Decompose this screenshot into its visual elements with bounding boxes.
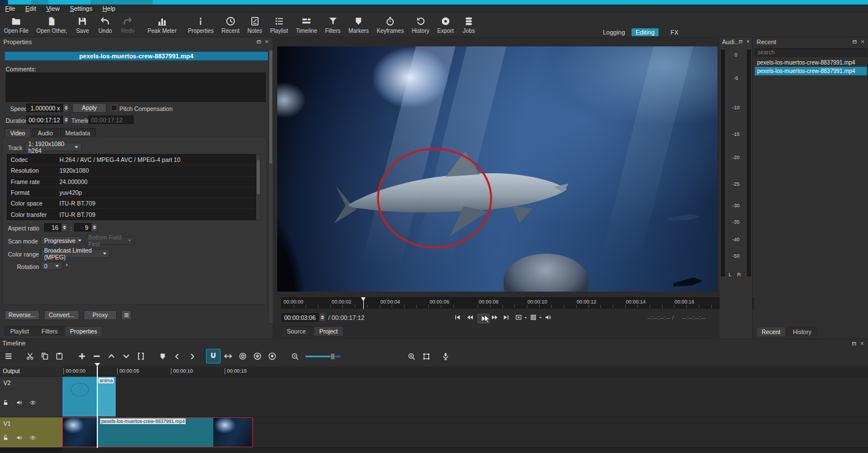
- duration-input[interactable]: 00:00:17:12: [26, 116, 63, 124]
- rewind-button[interactable]: [466, 314, 474, 321]
- close-panel-icon[interactable]: [264, 39, 269, 44]
- color-range-dropdown[interactable]: Broadcast Limited (MPEG): [41, 249, 110, 258]
- redo-button[interactable]: Redo: [117, 15, 139, 35]
- skip-previous-button[interactable]: [454, 314, 461, 321]
- table-scrollbar[interactable]: [256, 154, 261, 220]
- fast-forward-button[interactable]: [491, 314, 499, 321]
- close-panel-icon[interactable]: [860, 341, 865, 346]
- tab-playlist[interactable]: Playlist: [5, 326, 35, 336]
- window-titlebar[interactable]: [0, 0, 868, 5]
- clip-v2-segment-b[interactable]: anima: [97, 377, 116, 417]
- close-panel-icon[interactable]: [860, 39, 865, 44]
- zoom-fit-button[interactable]: [419, 349, 433, 364]
- pitch-compensation-checkbox[interactable]: [111, 105, 117, 111]
- timeline-zoom-slider[interactable]: [306, 356, 341, 357]
- aspect-h-input[interactable]: 9: [74, 223, 91, 232]
- position-spinner[interactable]: [319, 313, 325, 322]
- hide-icon[interactable]: [29, 434, 36, 441]
- export-button[interactable]: Export: [433, 15, 458, 35]
- duration-spinner[interactable]: [63, 116, 69, 124]
- open-other-button[interactable]: Open Other,: [32, 15, 71, 35]
- mute-icon[interactable]: [16, 434, 23, 441]
- ripple-toggle[interactable]: [235, 349, 250, 364]
- history-button[interactable]: History: [408, 15, 433, 35]
- tab-filters[interactable]: Filters: [36, 326, 63, 336]
- float-panel-icon[interactable]: [852, 39, 857, 44]
- track-dropdown[interactable]: 1: 1920x1080 h264: [25, 143, 81, 151]
- recent-search-input[interactable]: [755, 48, 867, 57]
- save-button[interactable]: Save: [71, 15, 94, 35]
- aspect-h-spinner[interactable]: [91, 223, 97, 232]
- layout-editing-button[interactable]: Editing: [631, 28, 659, 36]
- properties-button[interactable]: Properties: [184, 15, 218, 35]
- layout-logging-button[interactable]: Logging: [599, 28, 629, 36]
- paste-button[interactable]: [52, 349, 67, 364]
- peak-meter-button[interactable]: Peak Meter: [144, 15, 181, 35]
- timeline-menu-button[interactable]: [1, 349, 16, 364]
- apply-button[interactable]: Apply: [72, 103, 106, 113]
- layout-fx-button[interactable]: FX: [667, 28, 682, 36]
- menu-edit[interactable]: Edit: [20, 5, 41, 12]
- undo-button[interactable]: Undo: [94, 15, 117, 35]
- tab-properties[interactable]: Properties: [65, 326, 103, 336]
- tab-video[interactable]: Video: [5, 128, 31, 138]
- tab-metadata[interactable]: Metadata: [60, 128, 96, 138]
- volume-button[interactable]: [544, 314, 552, 321]
- menu-settings[interactable]: Settings: [65, 5, 97, 12]
- track-lane-v1[interactable]: pexels-los-muertos-crew-8837991.mp4: [62, 417, 868, 448]
- ripple-markers-toggle[interactable]: [265, 349, 280, 364]
- hide-icon[interactable]: [29, 399, 36, 406]
- output-track-header[interactable]: Output: [0, 366, 62, 377]
- properties-menu-button[interactable]: [121, 310, 131, 320]
- lock-icon[interactable]: [2, 434, 9, 441]
- menu-view[interactable]: View: [41, 5, 65, 12]
- append-button[interactable]: [75, 349, 89, 364]
- list-item[interactable]: pexels-los-muertos-crew-8837991.mp4: [755, 58, 867, 67]
- timeline-ruler[interactable]: 00:00:00 00:00:05 00:00:10 00:00:15: [62, 366, 868, 377]
- track-lane-v2[interactable]: anima: [62, 377, 868, 417]
- aspect-w-input[interactable]: 16: [44, 223, 61, 232]
- track-header-v2[interactable]: V2: [0, 377, 62, 417]
- close-panel-icon[interactable]: [746, 39, 750, 44]
- clip-v2-segment-a[interactable]: [62, 377, 97, 417]
- list-item-selected[interactable]: pexels-los-muertos-crew-8837991.mp4: [755, 67, 867, 75]
- snap-toggle[interactable]: [206, 349, 221, 364]
- jobs-button[interactable]: Jobs: [458, 15, 480, 35]
- playlist-button[interactable]: Playlist: [266, 15, 292, 35]
- video-preview[interactable]: [277, 46, 717, 292]
- markers-button[interactable]: Markers: [345, 15, 373, 35]
- menu-file[interactable]: File: [0, 5, 20, 12]
- scrub-while-dragging-toggle[interactable]: [221, 349, 235, 364]
- speed-input[interactable]: 1.000000 x: [26, 104, 63, 112]
- slider-handle[interactable]: [330, 353, 335, 360]
- proxy-button[interactable]: Proxy: [84, 310, 117, 320]
- float-panel-icon[interactable]: [738, 39, 743, 44]
- marker-button[interactable]: [155, 349, 170, 364]
- record-audio-button[interactable]: [438, 349, 453, 364]
- clip-v1[interactable]: pexels-los-muertos-crew-8837991.mp4: [62, 417, 253, 447]
- track-header-v1[interactable]: V1: [0, 417, 62, 448]
- aspect-w-spinner[interactable]: [61, 223, 67, 232]
- convert-button[interactable]: Convert...: [44, 310, 79, 320]
- float-panel-icon[interactable]: [852, 341, 857, 346]
- copy-button[interactable]: [37, 349, 52, 364]
- overwrite-button[interactable]: [119, 349, 134, 364]
- filters-button[interactable]: Filters: [321, 15, 344, 35]
- timeline-button[interactable]: Timeline: [292, 15, 321, 35]
- ripple-delete-button[interactable]: [89, 349, 104, 364]
- cut-button[interactable]: [23, 349, 37, 364]
- split-button[interactable]: [134, 349, 148, 364]
- scan-mode-dropdown[interactable]: Progressive: [41, 236, 80, 245]
- position-field[interactable]: 00:00:03:06: [281, 313, 319, 322]
- rotation-dropdown[interactable]: 0: [41, 262, 62, 270]
- previous-marker-button[interactable]: [170, 349, 184, 364]
- reverse-button[interactable]: Reverse...: [5, 310, 40, 320]
- notes-button[interactable]: Notes: [243, 15, 266, 35]
- recent-button[interactable]: Recent: [218, 15, 244, 35]
- zoom-fit-player-button[interactable]: [515, 314, 528, 321]
- mute-icon[interactable]: [16, 399, 23, 406]
- comments-textarea[interactable]: [6, 72, 266, 102]
- next-marker-button[interactable]: [184, 349, 199, 364]
- keyframes-button[interactable]: Keyframes: [373, 15, 408, 35]
- lift-button[interactable]: [104, 349, 119, 364]
